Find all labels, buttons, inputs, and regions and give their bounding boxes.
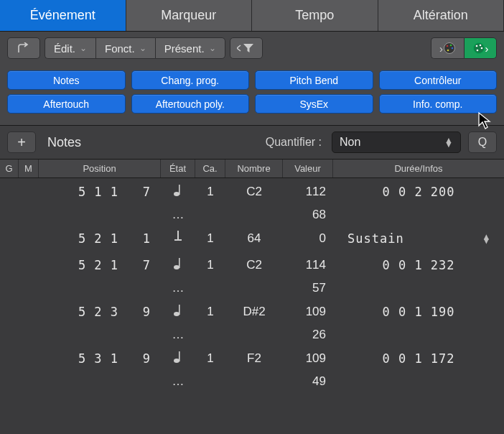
cell-duration[interactable]: 0 0 2 200 xyxy=(333,178,504,205)
functions-menu[interactable]: Fonct.⌄ xyxy=(95,37,155,59)
cell-state-more[interactable]: … xyxy=(161,325,195,345)
add-event-button[interactable]: + xyxy=(7,131,36,153)
filter-pitch-bend[interactable]: Pitch Bend xyxy=(255,70,373,90)
cell-duration[interactable]: 0 0 1 190 xyxy=(333,298,504,325)
table-row[interactable]: 5 2 1 11640Sustain▲▼ xyxy=(0,225,504,251)
tab-alteration[interactable]: Altération xyxy=(378,0,505,31)
cell-number[interactable]: C2 xyxy=(225,251,283,278)
cell-state[interactable] xyxy=(161,251,195,278)
filter-poly-aftertouch[interactable]: Aftertouch poly. xyxy=(131,94,250,114)
col-m[interactable]: M xyxy=(19,160,39,177)
cell-g[interactable] xyxy=(0,178,19,205)
cell-state-more[interactable]: … xyxy=(161,205,195,225)
tab-marker[interactable]: Marqueur xyxy=(126,0,253,31)
cell-duration[interactable]: 0 0 1 232 xyxy=(333,251,504,278)
col-number[interactable]: Nombre xyxy=(225,160,283,177)
edit-menu[interactable]: Édit.⌄ xyxy=(45,37,95,59)
duration-info: Sustain xyxy=(347,231,404,246)
palette-in-button[interactable]: › xyxy=(431,37,464,59)
cell-number[interactable]: 64 xyxy=(225,225,283,251)
cell-channel[interactable]: 1 xyxy=(195,251,225,278)
quantize-apply-button[interactable]: Q xyxy=(468,131,497,153)
pedal-icon xyxy=(173,229,183,247)
col-position[interactable]: Position xyxy=(39,160,161,177)
cell-m[interactable] xyxy=(19,178,39,205)
col-g[interactable]: G xyxy=(0,160,19,177)
table-row[interactable]: 5 2 1 71C21140 0 1 232 xyxy=(0,251,504,278)
cell-value2[interactable]: 57 xyxy=(283,278,333,298)
table-row[interactable]: 5 1 1 71C21120 0 2 200 xyxy=(0,178,504,205)
cell-value[interactable]: 109 xyxy=(283,345,333,371)
svg-rect-19 xyxy=(179,351,180,361)
cell-value[interactable]: 0 xyxy=(283,225,333,251)
view-menu-label: Présent. xyxy=(164,42,205,55)
filter-aftertouch[interactable]: Aftertouch xyxy=(7,94,126,114)
cell-position[interactable]: 5 2 1 7 xyxy=(39,251,161,278)
event-type-label: Notes xyxy=(47,135,81,150)
cell-value[interactable]: 112 xyxy=(283,178,333,205)
table-row[interactable]: 5 3 1 91F21090 0 1 172 xyxy=(0,345,504,371)
cell-value2[interactable]: 68 xyxy=(283,205,333,225)
cell-number[interactable]: D#2 xyxy=(225,298,283,325)
cell-channel[interactable]: 1 xyxy=(195,178,225,205)
col-state[interactable]: État xyxy=(161,160,195,177)
cell-state[interactable] xyxy=(161,225,195,251)
filter-controller[interactable]: Contrôleur xyxy=(379,70,498,90)
cell-state[interactable] xyxy=(161,298,195,325)
functions-menu-label: Fonct. xyxy=(105,42,135,55)
table-row[interactable]: 5 2 3 91D#21090 0 1 190 xyxy=(0,298,504,325)
cell-channel[interactable]: 1 xyxy=(195,345,225,371)
filter-program-change[interactable]: Chang. prog. xyxy=(131,70,250,90)
filter-meta[interactable]: Info. comp. xyxy=(379,94,498,114)
col-channel[interactable]: Ca. xyxy=(195,160,225,177)
hierarchy-up-icon xyxy=(17,42,31,54)
cell-g[interactable] xyxy=(0,345,19,371)
cell-state-more[interactable]: … xyxy=(161,371,195,392)
quantize-value: Non xyxy=(340,136,360,149)
toolbar: Édit.⌄ Fonct.⌄ Présent.⌄ › › xyxy=(0,32,504,65)
cell-g[interactable] xyxy=(0,251,19,278)
palette-out-button[interactable]: › xyxy=(464,37,497,59)
cell-channel[interactable]: 1 xyxy=(195,225,225,251)
cell-duration[interactable]: 0 0 1 172 xyxy=(333,345,504,371)
svg-point-14 xyxy=(174,265,179,269)
cell-state[interactable] xyxy=(161,178,195,205)
svg-point-10 xyxy=(174,192,179,196)
tab-tempo[interactable]: Tempo xyxy=(252,0,378,31)
cell-m[interactable] xyxy=(19,251,39,278)
cell-value[interactable]: 109 xyxy=(283,298,333,325)
view-menu[interactable]: Présent.⌄ xyxy=(155,37,225,59)
filter-button[interactable] xyxy=(230,37,263,59)
cell-m[interactable] xyxy=(19,345,39,371)
filter-notes[interactable]: Notes xyxy=(7,70,126,90)
table-subrow: …57 xyxy=(0,278,504,298)
cell-state-more[interactable]: … xyxy=(161,278,195,298)
cell-value2[interactable]: 26 xyxy=(283,325,333,345)
palette-icon xyxy=(472,42,485,55)
cell-number[interactable]: C2 xyxy=(225,178,283,205)
table-header: G M Position État Ca. Nombre Valeur Duré… xyxy=(0,160,504,178)
cell-number[interactable]: F2 xyxy=(225,345,283,371)
svg-rect-11 xyxy=(179,185,180,195)
cell-m[interactable] xyxy=(19,298,39,325)
cell-state[interactable] xyxy=(161,345,195,371)
quantize-label: Quantifier : xyxy=(266,136,322,149)
cell-position[interactable]: 5 2 3 9 xyxy=(39,298,161,325)
cell-m[interactable] xyxy=(19,225,39,251)
cell-position[interactable]: 5 2 1 1 xyxy=(39,225,161,251)
cell-g[interactable] xyxy=(0,225,19,251)
cell-value2[interactable]: 49 xyxy=(283,371,333,392)
cell-position[interactable]: 5 1 1 7 xyxy=(39,178,161,205)
filter-icon xyxy=(237,42,256,54)
menu-group: Édit.⌄ Fonct.⌄ Présent.⌄ xyxy=(45,37,225,59)
cell-position[interactable]: 5 3 1 9 xyxy=(39,345,161,371)
cell-g[interactable] xyxy=(0,298,19,325)
cell-channel[interactable]: 1 xyxy=(195,298,225,325)
filter-sysex[interactable]: SysEx xyxy=(255,94,373,114)
quantize-select[interactable]: Non ▲▼ xyxy=(332,131,461,153)
tab-event[interactable]: Événement xyxy=(0,0,126,31)
col-value[interactable]: Valeur xyxy=(283,160,333,177)
col-duration[interactable]: Durée/Infos xyxy=(333,160,504,177)
cell-value[interactable]: 114 xyxy=(283,251,333,278)
hierarchy-up-button[interactable] xyxy=(7,37,40,59)
